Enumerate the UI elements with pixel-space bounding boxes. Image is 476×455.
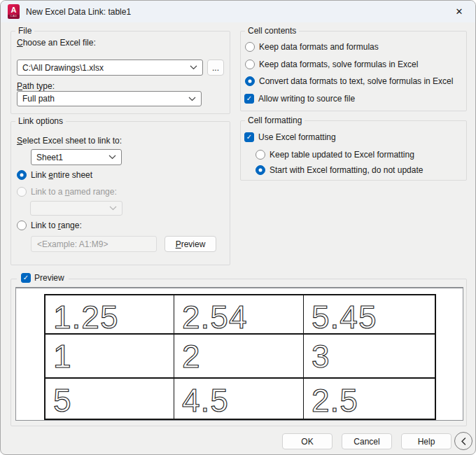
table-cell-value: 2.5 <box>312 382 358 419</box>
preview-group-legend: ✓ Preview <box>17 273 69 283</box>
table-cell: 5 <box>46 379 174 419</box>
ok-button-label: OK <box>301 437 313 447</box>
checkbox-allow-writing[interactable]: ✓ <box>244 94 254 104</box>
range-input[interactable] <box>31 236 157 252</box>
checkbox-use-excel-formatting[interactable]: ✓ <box>244 132 254 142</box>
collapse-options-button[interactable] <box>454 432 472 450</box>
radio-keep-formats-formulas[interactable] <box>245 42 255 52</box>
browse-button[interactable]: ... <box>207 59 224 76</box>
chevron-down-icon <box>109 206 117 211</box>
excel-file-combobox[interactable]: C:\All Drawings\1.xlsx <box>17 59 203 76</box>
file-group-title: File <box>15 26 34 36</box>
preview-group: ✓ Preview 1.25 2.54 5.45 1 2 3 5 4.5 2.5 <box>10 279 467 426</box>
checkbox-use-excel-formatting-label: Use Excel formatting <box>258 132 336 142</box>
table-cell-value: 1 <box>53 338 72 374</box>
radio-convert-to-text-label: Convert data formats to text, solve form… <box>259 76 453 86</box>
radio-link-entire-sheet[interactable] <box>17 170 27 180</box>
autocad-app-icon: A CAD <box>8 4 20 19</box>
table-cell: 2 <box>174 335 304 379</box>
table-cell-value: 4.5 <box>182 382 229 419</box>
table-cell: 2.5 <box>304 379 435 419</box>
radio-keep-table-updated[interactable] <box>255 150 265 160</box>
path-type-label: Path type: <box>17 81 55 91</box>
path-type-combobox-value: Full path <box>22 94 55 104</box>
preview-button[interactable]: Preview <box>164 236 216 252</box>
cell-formatting-group: Cell formatting ✓ Use Excel formatting K… <box>240 120 467 181</box>
preview-panel: 1.25 2.54 5.45 1 2 3 5 4.5 2.5 <box>15 287 463 421</box>
titlebar: A CAD New Excel Data Link: table1 ✕ <box>1 1 475 22</box>
chevron-down-icon <box>190 65 197 70</box>
radio-start-with-excel-formatting-label: Start with Excel formatting, do not upda… <box>270 165 423 175</box>
file-group: File Choose an Excel file: C:\All Drawin… <box>10 31 230 114</box>
radio-link-named-range-label: Link to a named range: <box>31 187 117 197</box>
cell-formatting-group-title: Cell formatting <box>245 115 304 125</box>
autocad-logo-letter: A <box>8 4 20 15</box>
sheet-combobox[interactable]: Sheet1 <box>31 149 122 165</box>
link-options-group-title: Link options <box>15 116 66 126</box>
checkbox-allow-writing-label: Allow writing to source file <box>258 94 355 104</box>
table-cell: 5.45 <box>304 295 435 335</box>
table-cell: 4.5 <box>174 379 304 419</box>
radio-keep-formats-solve-excel-label: Keep data formats, solve formulas in Exc… <box>259 59 418 69</box>
choose-file-label: Choose an Excel file: <box>17 38 96 48</box>
table-cell: 2.54 <box>174 295 304 335</box>
checkbox-preview[interactable]: ✓ <box>21 273 31 283</box>
ellipsis-icon: ... <box>212 63 219 73</box>
table-cell-value: 5 <box>53 382 72 419</box>
cell-contents-group: Cell contents Keep data formats and form… <box>240 31 467 111</box>
help-button-label: Help <box>418 437 435 447</box>
named-range-combobox[interactable] <box>30 201 122 216</box>
cancel-button-label: Cancel <box>354 437 379 447</box>
ok-button[interactable]: OK <box>282 433 332 449</box>
link-options-group: Link options Select Excel sheet to link … <box>10 121 230 265</box>
chevron-left-icon <box>461 438 466 445</box>
radio-keep-table-updated-label: Keep table updated to Excel formatting <box>270 150 414 160</box>
radio-start-with-excel-formatting[interactable] <box>255 165 265 175</box>
help-button[interactable]: Help <box>401 433 451 449</box>
radio-link-named-range[interactable] <box>17 187 27 197</box>
table-cell: 1 <box>46 335 174 379</box>
checkbox-preview-label: Preview <box>34 273 64 283</box>
table-cell-value: 2.54 <box>182 299 248 335</box>
check-icon: ✓ <box>246 95 252 102</box>
check-icon: ✓ <box>246 134 252 141</box>
radio-link-entire-sheet-label: Link entire sheet <box>31 170 92 180</box>
radio-keep-formats-formulas-label: Keep data formats and formulas <box>259 42 379 52</box>
check-icon: ✓ <box>23 274 29 281</box>
radio-link-to-range[interactable] <box>17 220 27 230</box>
excel-file-combobox-value: C:\All Drawings\1.xlsx <box>22 63 104 73</box>
close-button[interactable]: ✕ <box>443 1 475 22</box>
autocad-logo-strip: CAD <box>8 15 20 19</box>
path-type-combobox[interactable]: Full path <box>17 91 202 106</box>
table-cell-value: 2 <box>182 338 201 374</box>
cell-contents-group-title: Cell contents <box>245 26 299 36</box>
cancel-button[interactable]: Cancel <box>342 433 392 449</box>
chevron-down-icon <box>108 155 116 160</box>
radio-link-to-range-label: Link to range: <box>31 220 82 230</box>
table-cell: 1.25 <box>46 295 174 335</box>
table-cell: 3 <box>304 335 435 379</box>
table-cell-value: 5.45 <box>312 299 377 335</box>
preview-button-label: Preview <box>176 239 206 249</box>
radio-keep-formats-solve-excel[interactable] <box>245 59 255 69</box>
select-sheet-label: Select Excel sheet to link to: <box>17 136 122 146</box>
table-cell-value: 3 <box>312 338 330 374</box>
new-excel-data-link-dialog: A CAD New Excel Data Link: table1 ✕ File… <box>0 0 476 455</box>
sheet-combobox-value: Sheet1 <box>36 153 63 162</box>
table-cell-value: 1.25 <box>53 299 119 335</box>
chevron-down-icon <box>188 97 196 102</box>
preview-table: 1.25 2.54 5.45 1 2 3 5 4.5 2.5 <box>44 294 436 420</box>
close-icon: ✕ <box>456 6 463 17</box>
window-title: New Excel Data Link: table1 <box>26 7 131 17</box>
radio-convert-to-text[interactable] <box>245 76 255 86</box>
